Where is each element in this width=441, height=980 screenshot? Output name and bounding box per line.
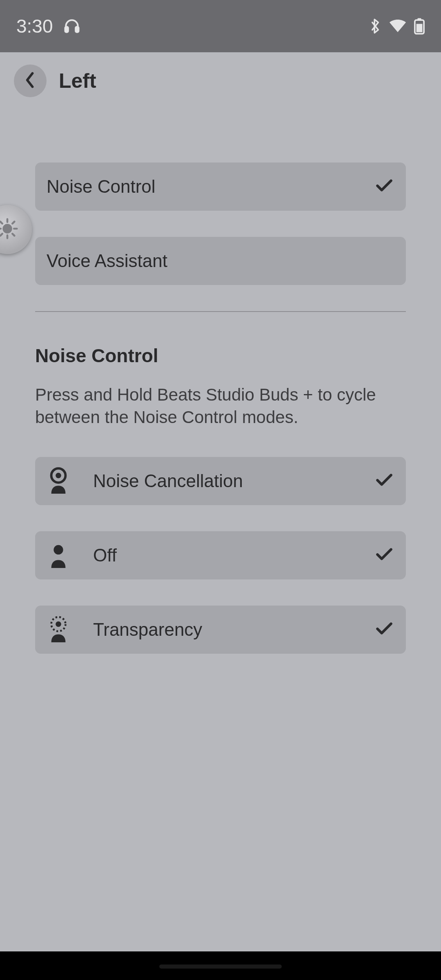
svg-rect-4 (416, 24, 423, 32)
transparency-icon (47, 615, 70, 644)
wifi-icon (389, 19, 407, 33)
battery-icon (414, 18, 425, 35)
check-icon (374, 544, 394, 566)
svg-point-7 (53, 545, 63, 555)
noise-cancellation-icon (47, 467, 70, 495)
action-option-label: Noise Control (47, 176, 374, 197)
gesture-bar[interactable] (159, 964, 282, 969)
section-divider (35, 311, 406, 312)
section-title: Noise Control (35, 345, 406, 367)
action-option-label: Voice Assistant (47, 251, 394, 271)
chevron-left-icon (23, 71, 37, 91)
mode-option-noise-cancellation[interactable]: Noise Cancellation (35, 457, 406, 505)
noise-off-icon (47, 541, 70, 570)
mode-option-label: Transparency (93, 619, 374, 640)
svg-point-6 (56, 473, 61, 479)
svg-point-10 (4, 225, 11, 233)
bluetooth-icon (369, 18, 381, 34)
svg-rect-0 (65, 27, 68, 32)
page-title: Left (59, 69, 96, 93)
status-bar: 3:30 (0, 0, 441, 52)
check-icon (374, 619, 394, 641)
svg-rect-1 (76, 27, 78, 32)
check-icon (374, 470, 394, 492)
mode-option-transparency[interactable]: Transparency (35, 606, 406, 654)
action-option-voice-assistant[interactable]: Voice Assistant (35, 237, 406, 285)
status-clock: 3:30 (16, 15, 53, 37)
check-icon (374, 176, 394, 198)
page-header: Left (0, 52, 441, 97)
mode-option-label: Off (93, 545, 374, 566)
headphones-icon (63, 17, 81, 35)
section-description: Press and Hold Beats Studio Buds + to cy… (35, 384, 406, 428)
svg-rect-3 (417, 18, 421, 21)
back-button[interactable] (14, 65, 47, 97)
svg-point-9 (56, 621, 61, 627)
brightness-icon (0, 217, 19, 242)
action-option-noise-control[interactable]: Noise Control (35, 163, 406, 211)
mode-option-label: Noise Cancellation (93, 471, 374, 491)
mode-option-off[interactable]: Off (35, 531, 406, 579)
